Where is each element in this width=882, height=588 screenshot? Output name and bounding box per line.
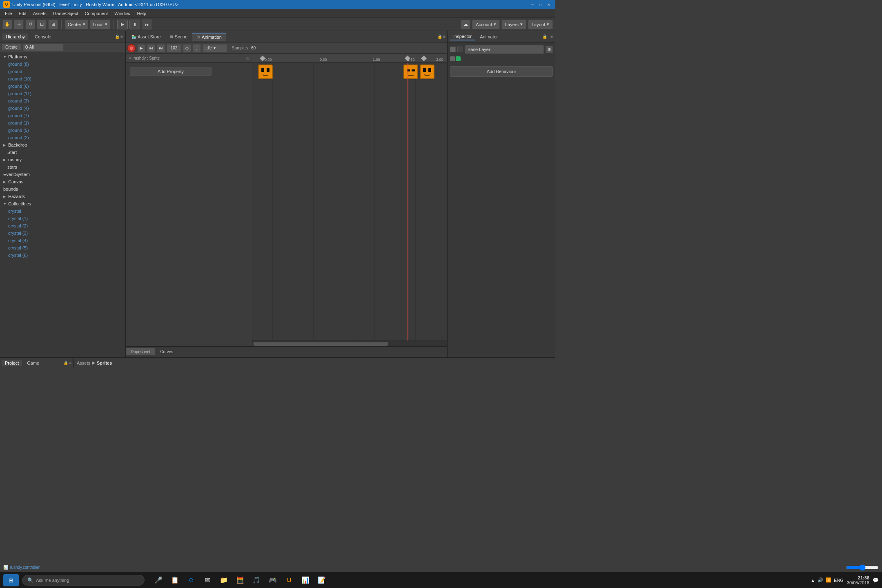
hierarchy-item-rushdy[interactable]: rushdy — [0, 156, 125, 163]
hierarchy-item-platforms[interactable]: Platforms — [0, 53, 125, 60]
add-behaviour-button[interactable]: Add Behaviour — [450, 66, 553, 77]
keyframe-sprite-1[interactable] — [258, 65, 273, 79]
hierarchy-search-input[interactable] — [23, 44, 64, 51]
tab-dopesheet[interactable]: Dopesheet — [126, 348, 155, 355]
menu-file[interactable]: File — [2, 10, 16, 17]
step-button[interactable]: ⏭ — [142, 20, 152, 29]
menu-help[interactable]: Help — [134, 10, 149, 17]
play-button[interactable]: ▶ — [117, 20, 128, 29]
rect-tool-button[interactable]: ⊞ — [48, 20, 58, 29]
list-item[interactable]: ground (2) — [0, 134, 125, 141]
timeline-scrollbar[interactable] — [252, 341, 447, 346]
maximize-button[interactable]: □ — [537, 1, 544, 8]
tab-curves[interactable]: Curves — [155, 348, 178, 355]
project-lock-icon[interactable]: 🔒 — [63, 361, 68, 365]
tab-asset-store[interactable]: 🏪 Asset Store — [127, 33, 165, 40]
anim-next-frame-button[interactable]: ⏭ — [157, 44, 165, 52]
scale-tool-button[interactable]: ⊡ — [37, 20, 47, 29]
menu-gameobject[interactable]: GameObject — [50, 10, 82, 17]
base-layer-settings-icon[interactable]: ⚙ — [546, 46, 553, 53]
tab-project[interactable]: Project — [2, 360, 22, 366]
tab-hierarchy[interactable]: Hierarchy — [2, 33, 28, 40]
add-property-button[interactable]: Add Property — [130, 67, 212, 76]
keyframe-sprite-2[interactable] — [403, 65, 418, 79]
title-bar: U Unity Personal (64bit) - level1.unity … — [0, 0, 555, 9]
local-dropdown[interactable]: Local▾ — [90, 20, 110, 29]
tab-game[interactable]: Game — [24, 360, 42, 366]
asset-browser: Assets ▶ Sprites 🔍 ☰ ★ — [74, 358, 555, 368]
hierarchy-item-bounds[interactable]: bounds — [0, 185, 125, 193]
timeline-grid[interactable] — [252, 63, 447, 341]
list-item[interactable]: crystal (4) — [0, 237, 125, 244]
project-menu-icon[interactable]: ≡ — [69, 361, 71, 365]
minimize-button[interactable]: ─ — [529, 1, 536, 8]
layers-dropdown[interactable]: Layers▾ — [501, 20, 526, 29]
keyframe-marker-end[interactable] — [421, 55, 427, 61]
move-tool-button[interactable]: ✛ — [14, 20, 24, 29]
hierarchy-lock-icon[interactable]: 🔒 — [115, 34, 120, 39]
hierarchy-item-stars[interactable]: stars — [0, 163, 125, 171]
tab-animation[interactable]: ⏱ Animation — [192, 33, 226, 41]
inspector-pin-icon[interactable]: 🔒 — [542, 34, 547, 39]
anim-play-button[interactable]: ▶ — [137, 44, 145, 52]
list-item[interactable]: crystal (1) — [0, 215, 125, 222]
center-dropdown[interactable]: Center▾ — [65, 20, 88, 29]
menu-component[interactable]: Component — [81, 10, 111, 17]
list-item[interactable]: ground (11) — [0, 90, 125, 97]
list-item[interactable]: crystal (5) — [0, 244, 125, 252]
keyframe-button[interactable]: ◇ — [183, 44, 191, 52]
cloud-button[interactable]: ☁ — [461, 20, 470, 29]
base-layer-name-input[interactable] — [465, 45, 544, 54]
hierarchy-item-backdrop[interactable]: Backdrop — [0, 141, 125, 149]
anim-prev-frame-button[interactable]: ⏮ — [147, 44, 155, 52]
list-item[interactable]: crystal (6) — [0, 252, 125, 259]
hierarchy-item-start[interactable]: Start — [0, 149, 125, 156]
hierarchy-item-hazards[interactable]: Hazards — [0, 193, 125, 200]
list-item[interactable]: ground (4) — [0, 105, 125, 112]
pause-button[interactable]: ⏸ — [129, 20, 140, 29]
list-item[interactable]: crystal (2) — [0, 222, 125, 229]
tab-animator[interactable]: Animator — [477, 33, 501, 40]
tab-console[interactable]: Console — [31, 33, 54, 40]
list-item[interactable]: ground (6) — [0, 82, 125, 90]
hierarchy-menu-icon[interactable]: ≡ — [120, 34, 123, 39]
list-item[interactable]: ground (10) — [0, 75, 125, 82]
clip-selector[interactable]: Idle▾ — [203, 44, 227, 52]
animation-panel-menu[interactable]: ≡ — [443, 34, 445, 39]
anim-options-button[interactable]: ⋮ — [193, 44, 201, 52]
hand-tool-button[interactable]: ✋ — [2, 20, 12, 29]
main-layout: Hierarchy Console 🔒 ≡ Create Platforms g… — [0, 31, 555, 357]
record-button[interactable] — [127, 44, 136, 52]
close-button[interactable]: ✕ — [546, 1, 552, 8]
list-item[interactable]: ground (3) — [0, 97, 125, 105]
breadcrumb-assets[interactable]: Assets — [77, 361, 90, 365]
record-dot — [130, 47, 133, 50]
layout-dropdown[interactable]: Layout▾ — [528, 20, 553, 29]
tab-inspector[interactable]: Inspector — [450, 33, 475, 40]
list-item[interactable]: crystal (3) — [0, 229, 125, 237]
timeline-scroll-thumb[interactable] — [253, 342, 388, 346]
rotate-tool-button[interactable]: ↺ — [25, 20, 35, 29]
hierarchy-item-eventsystem[interactable]: EventSystem — [0, 171, 125, 178]
list-item[interactable]: ground (1) — [0, 119, 125, 127]
account-dropdown[interactable]: Account▾ — [472, 20, 500, 29]
animation-panel-lock[interactable]: 🔒 — [437, 34, 442, 39]
timeline-playhead[interactable] — [408, 63, 408, 341]
keyframe-sprite-3[interactable] — [420, 65, 434, 79]
inspector-menu-icon[interactable]: ≡ — [550, 34, 553, 39]
list-item[interactable]: ground — [0, 68, 125, 75]
list-item[interactable]: ground (7) — [0, 112, 125, 119]
tab-scene[interactable]: ⊞ Scene — [166, 33, 192, 40]
base-layer-color-2 — [457, 47, 463, 52]
animation-panel: ▶ ⏮ ⏭ 102 ◇ ⋮ Idle▾ Samples 60 ▼ rushdy … — [126, 42, 447, 357]
list-item[interactable]: ground (8) — [0, 60, 125, 68]
hierarchy-create-button[interactable]: Create — [2, 44, 21, 51]
menu-window[interactable]: Window — [111, 10, 134, 17]
hierarchy-item-collectibles[interactable]: Collectibles — [0, 200, 125, 207]
hierarchy-item-canvas[interactable]: Canvas — [0, 178, 125, 185]
menu-assets[interactable]: Assets — [30, 10, 50, 17]
samples-label: Samples — [232, 46, 248, 50]
list-item[interactable]: ground (5) — [0, 127, 125, 134]
list-item[interactable]: crystal — [0, 207, 125, 215]
menu-edit[interactable]: Edit — [16, 10, 30, 17]
